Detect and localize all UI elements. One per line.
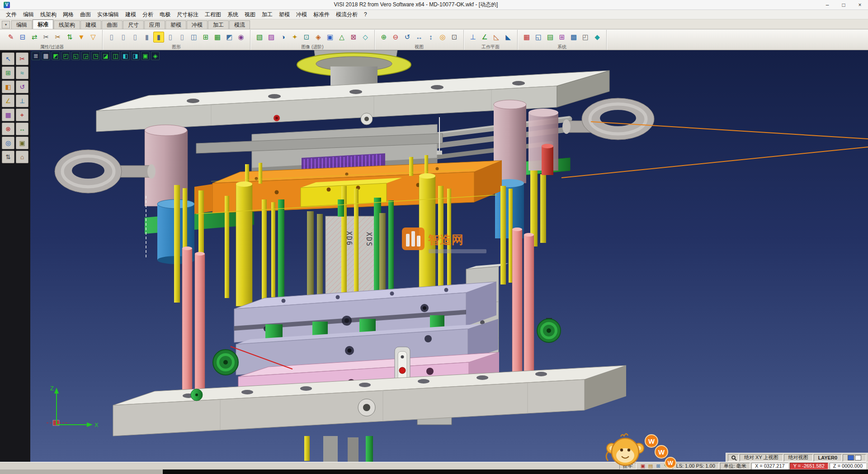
menu-item[interactable]: 尺寸标注 <box>174 10 202 19</box>
active-layer-cell[interactable]: LAYER0 <box>814 454 842 461</box>
workplane-cell[interactable]: 绝对视图 <box>784 454 813 461</box>
target-icon[interactable]: ⌖ <box>16 109 28 121</box>
axon-view-icon[interactable]: ◧ <box>121 52 130 60</box>
tab[interactable]: 曲面 <box>102 20 123 29</box>
plane-normal-icon[interactable]: ⊥ <box>467 32 478 43</box>
remove-image-icon[interactable]: ⊠ <box>348 32 359 43</box>
filter-outline-icon[interactable]: ▽ <box>88 32 99 43</box>
pen-status-icon[interactable]: ✎ <box>663 463 670 469</box>
menu-item[interactable]: 网格 <box>60 10 77 19</box>
menu-item[interactable]: 编辑 <box>20 10 37 19</box>
layer-color-swatch[interactable] <box>848 455 854 460</box>
render-wireframe-icon[interactable]: ▯ <box>106 32 117 43</box>
texture-icon[interactable]: ▧ <box>254 32 265 43</box>
trim-icon[interactable]: ✂ <box>41 32 52 43</box>
view-list-icon[interactable]: ≣ <box>32 52 40 60</box>
tab[interactable]: 建模 <box>80 20 101 29</box>
material-icon[interactable]: ▨ <box>266 32 277 43</box>
maximize-button[interactable]: □ <box>835 0 852 9</box>
tab-overflow-button[interactable]: ▾ <box>2 21 10 28</box>
tab[interactable]: 冲模 <box>187 20 208 29</box>
snap-grid-icon[interactable]: ⊞ <box>2 66 14 79</box>
green-wheel-left[interactable] <box>213 350 238 375</box>
eye-bolt-left[interactable] <box>55 150 156 193</box>
delete-icon[interactable]: ⊗ <box>2 123 14 135</box>
home-view-icon[interactable]: ⌂ <box>16 151 28 163</box>
scissors-trim-icon[interactable]: ✂ <box>16 52 28 65</box>
shaded-cube-icon[interactable]: ▣ <box>141 52 150 60</box>
tab[interactable]: 编辑 <box>11 20 32 29</box>
trim-alt-icon[interactable]: ✂ <box>52 32 63 43</box>
minimize-button[interactable]: – <box>819 0 835 9</box>
background-color-swatch[interactable] <box>855 455 861 460</box>
grid-status-icon[interactable]: ▤ <box>647 463 654 469</box>
back-view-icon[interactable]: ◪ <box>101 52 110 60</box>
gallery-icon[interactable]: ◇ <box>360 32 371 43</box>
swap-filter-icon[interactable]: ⇄ <box>29 32 40 43</box>
green-wheel-right[interactable] <box>537 318 561 342</box>
plane-triangle-icon[interactable]: ◺ <box>491 32 502 43</box>
move-icon[interactable]: ↔ <box>16 123 28 135</box>
dimetric-view-icon[interactable]: ◨ <box>131 52 140 60</box>
close-button[interactable]: × <box>852 0 868 9</box>
hatch-panel-icon[interactable]: ▩ <box>568 32 579 43</box>
layer-color-cell[interactable] <box>843 454 866 461</box>
list-panel-icon[interactable]: ▤ <box>545 32 556 43</box>
menu-item[interactable]: 曲面 <box>77 10 94 19</box>
view-center-icon[interactable]: ◎ <box>437 32 448 43</box>
left-view-icon[interactable]: ◳ <box>91 52 100 60</box>
rotate-cube-icon[interactable]: ◈ <box>151 52 160 60</box>
menu-item[interactable]: 冲模 <box>293 10 310 19</box>
menu-item[interactable]: 文件 <box>3 10 20 19</box>
mesh-toggle-icon[interactable]: ▦ <box>212 32 223 43</box>
front-view-icon[interactable]: ◱ <box>71 52 80 60</box>
tab[interactable]: 应用 <box>144 20 165 29</box>
rotate-icon[interactable]: ↺ <box>16 81 28 93</box>
sphere-render-icon[interactable]: ◉ <box>236 32 246 43</box>
menu-item[interactable]: 标准件 <box>310 10 333 19</box>
zoom-select-cell[interactable] <box>728 454 739 461</box>
zoom-in-icon[interactable]: ⊕ <box>378 32 389 43</box>
render-hidden-icon[interactable]: ▯ <box>118 32 129 43</box>
window-panel-icon[interactable]: ◰ <box>580 32 591 43</box>
snap-lock-cell[interactable]: 拴牢 <box>619 463 637 469</box>
sort-icon[interactable]: ⇅ <box>64 32 75 43</box>
top-view-icon[interactable]: ◰ <box>61 52 70 60</box>
layers-status-icon[interactable]: ⊞ <box>655 463 662 469</box>
tab[interactable]: 标准 <box>33 19 53 29</box>
shadow-icon[interactable]: ◑ <box>278 32 288 43</box>
iso-view-icon[interactable]: ◩ <box>52 52 60 60</box>
pan-horizontal-icon[interactable]: ↔ <box>414 32 425 43</box>
filter-icon[interactable]: ▼ <box>76 32 87 43</box>
section-view-icon[interactable]: ◫ <box>189 32 199 43</box>
circle-tool-icon[interactable]: ◎ <box>2 137 14 149</box>
right-view-icon[interactable]: ◲ <box>81 52 90 60</box>
menu-item[interactable]: 实体编辑 <box>94 10 122 19</box>
tab[interactable]: 塑模 <box>165 20 186 29</box>
grid-toggle-icon[interactable]: ⊞ <box>200 32 211 43</box>
select-arrow-icon[interactable]: ↖ <box>2 52 14 65</box>
view-mode-cell[interactable]: 绝对 XY 上视图 <box>740 454 783 461</box>
tab[interactable]: 加工 <box>208 20 229 29</box>
view-extents-icon[interactable]: ⊡ <box>449 32 460 43</box>
pan-vertical-icon[interactable]: ↕ <box>425 32 436 43</box>
menu-item[interactable]: ? <box>361 10 370 19</box>
menu-item[interactable]: 塑模 <box>276 10 293 19</box>
save-status-icon[interactable]: ▣ <box>640 463 646 469</box>
mesh-icon[interactable]: ▦ <box>2 109 14 121</box>
rotate-view-icon[interactable]: ↺ <box>402 32 413 43</box>
half-section-icon[interactable]: ◩ <box>224 32 235 43</box>
view-grid-icon[interactable]: ▦ <box>42 52 50 60</box>
edit-attributes-icon[interactable]: ✎ <box>5 32 16 43</box>
plane-angle-icon[interactable]: ∠ <box>479 32 490 43</box>
plane-corner-icon[interactable]: ◣ <box>503 32 514 43</box>
render-solid-icon[interactable]: ▮ <box>142 32 152 43</box>
curve-icon[interactable]: ≈ <box>16 66 28 79</box>
triangle-mesh-icon[interactable]: △ <box>336 32 347 43</box>
color-table-icon[interactable]: ▦ <box>521 32 532 43</box>
zoom-out-icon[interactable]: ⊖ <box>390 32 401 43</box>
menu-item[interactable]: 电极 <box>156 10 174 19</box>
render-transparent-icon[interactable]: ▯ <box>177 32 188 43</box>
light-icon[interactable]: ✦ <box>289 32 300 43</box>
info-card-icon[interactable]: ⊟ <box>17 32 28 43</box>
